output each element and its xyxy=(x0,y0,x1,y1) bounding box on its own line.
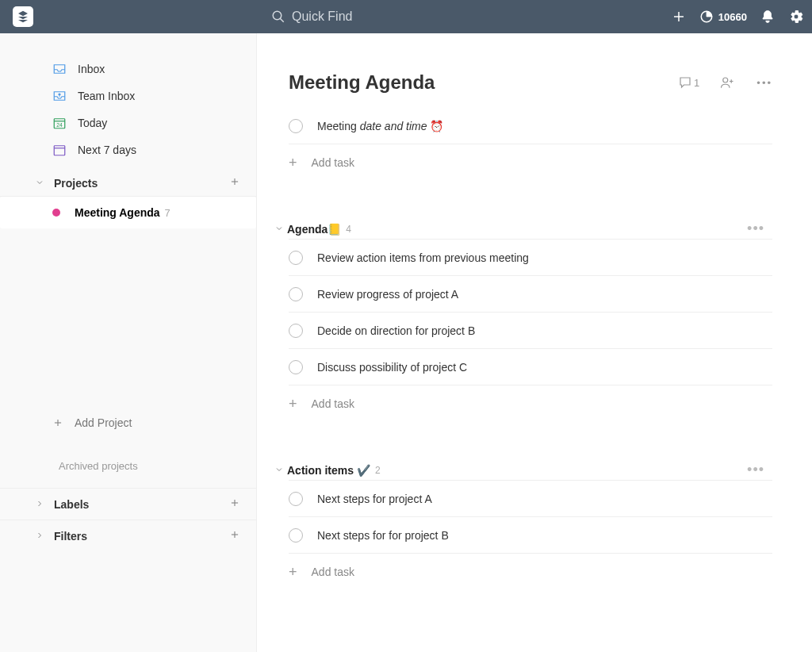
project-title: Meeting Agenda xyxy=(289,71,435,94)
labels-header-label: Labels xyxy=(54,498,89,511)
section-title: Agenda📒 xyxy=(287,223,341,236)
task-title: Next steps for for project B xyxy=(317,529,449,542)
svg-point-24 xyxy=(723,78,728,82)
main-content: Meeting Agenda 1 ••• Meeting date and ti… xyxy=(257,33,812,652)
sidebar-item-today[interactable]: 24 Today xyxy=(0,109,256,136)
plus-icon: + xyxy=(289,564,297,581)
sidebar: Inbox Team Inbox 24 Today Next 7 days Pr… xyxy=(0,33,257,652)
notifications-button[interactable] xyxy=(760,9,776,25)
add-task-button[interactable]: + Add task xyxy=(289,554,772,590)
chevron-right-icon xyxy=(35,498,48,511)
sidebar-item-team-inbox[interactable]: Team Inbox xyxy=(0,82,256,109)
task-title: Discuss possibility of project C xyxy=(317,361,467,374)
nav-label: Next 7 days xyxy=(78,144,136,156)
section-more-button[interactable]: ••• xyxy=(747,221,764,237)
task-complete-checkbox[interactable] xyxy=(289,360,303,374)
chevron-right-icon xyxy=(35,530,48,543)
sidebar-filters-header[interactable]: Filters xyxy=(0,520,256,551)
task-row[interactable]: Next steps for project A xyxy=(289,481,772,517)
chevron-down-icon xyxy=(274,463,284,477)
project-label: Meeting Agenda xyxy=(75,206,160,219)
plus-icon: + xyxy=(289,155,297,171)
quick-find-placeholder: Quick Find xyxy=(292,10,352,24)
task-row[interactable]: Meeting date and time ⏰ xyxy=(289,108,772,144)
add-task-button[interactable]: + Add task xyxy=(289,385,772,422)
add-task-label: Add task xyxy=(312,566,354,578)
svg-text:24: 24 xyxy=(56,122,63,128)
section-count: 2 xyxy=(375,465,381,476)
section-tasks-action-items: Next steps for project A Next steps for … xyxy=(289,480,772,590)
task-title: Review action items from previous meetin… xyxy=(317,251,529,264)
task-complete-checkbox[interactable] xyxy=(289,492,303,506)
section-count: 4 xyxy=(346,224,351,235)
task-title: Meeting date and time ⏰ xyxy=(317,120,443,132)
nav-label: Today xyxy=(78,117,107,129)
sidebar-labels-header[interactable]: Labels xyxy=(0,488,256,520)
task-complete-checkbox[interactable] xyxy=(289,251,303,265)
sidebar-project-meeting-agenda[interactable]: Meeting Agenda 7 xyxy=(0,197,256,228)
more-actions-button[interactable]: ••• xyxy=(756,77,772,89)
task-complete-checkbox[interactable] xyxy=(289,324,303,338)
project-header: Meeting Agenda 1 ••• xyxy=(289,71,772,94)
quick-add-button[interactable] xyxy=(671,9,687,25)
add-task-label: Add task xyxy=(312,397,354,410)
task-complete-checkbox[interactable] xyxy=(289,287,303,301)
karma-points: 10660 xyxy=(718,11,747,23)
comments-button[interactable]: 1 xyxy=(678,75,699,90)
add-project-icon[interactable] xyxy=(229,176,240,190)
task-title: Review progress of project A xyxy=(317,288,458,301)
add-task-label: Add task xyxy=(312,156,354,169)
nav-label: Team Inbox xyxy=(78,90,135,102)
svg-line-1 xyxy=(280,18,284,22)
section-title: Action items ✔️ xyxy=(287,464,370,477)
filters-header-label: Filters xyxy=(54,530,87,543)
task-row[interactable]: Review action items from previous meetin… xyxy=(289,240,772,276)
task-row[interactable]: Discuss possibility of project C xyxy=(289,349,772,385)
quick-find[interactable]: Quick Find xyxy=(271,10,352,24)
plus-icon: + xyxy=(289,396,297,412)
chevron-down-icon xyxy=(35,177,48,190)
section-tasks-agenda: Review action items from previous meetin… xyxy=(289,239,772,422)
topbar: Quick Find 10660 xyxy=(0,0,812,33)
task-row[interactable]: Review progress of project A xyxy=(289,276,772,313)
svg-point-0 xyxy=(273,11,282,20)
nav-label: Inbox xyxy=(78,63,105,75)
add-task-button[interactable]: + Add task xyxy=(289,144,772,181)
project-header-actions: 1 ••• xyxy=(678,75,772,90)
settings-button[interactable] xyxy=(788,9,804,25)
add-project-button[interactable]: Add Project xyxy=(0,411,256,435)
share-button[interactable] xyxy=(720,75,736,90)
comment-count: 1 xyxy=(694,77,699,89)
add-label-icon[interactable] xyxy=(229,497,240,511)
task-title: Decide on direction for project B xyxy=(317,324,475,337)
section-header-agenda[interactable]: Agenda📒 4 ••• xyxy=(289,221,772,237)
svg-rect-8 xyxy=(54,146,65,155)
ungrouped-task-list: Meeting date and time ⏰ + Add task xyxy=(289,108,772,181)
add-project-label: Add Project xyxy=(75,416,132,429)
app-logo[interactable] xyxy=(13,6,33,27)
topbar-right: 10660 xyxy=(671,9,804,25)
chevron-down-icon xyxy=(274,222,284,236)
section-header-action-items[interactable]: Action items ✔️ 2 ••• xyxy=(289,462,772,478)
project-count: 7 xyxy=(165,207,170,219)
task-complete-checkbox[interactable] xyxy=(289,528,303,543)
task-row[interactable]: Decide on direction for project B xyxy=(289,313,772,349)
add-filter-icon[interactable] xyxy=(229,529,240,543)
projects-header-label: Projects xyxy=(54,177,98,190)
archived-projects-label[interactable]: Archived projects xyxy=(0,460,256,472)
task-complete-checkbox[interactable] xyxy=(289,119,303,133)
sidebar-item-inbox[interactable]: Inbox xyxy=(0,56,256,82)
task-row[interactable]: Next steps for for project B xyxy=(289,517,772,554)
sidebar-projects-header[interactable]: Projects xyxy=(0,170,256,197)
project-color-dot xyxy=(52,209,60,217)
task-title: Next steps for project A xyxy=(317,493,432,505)
karma-indicator[interactable]: 10660 xyxy=(699,9,747,25)
sidebar-item-next7[interactable]: Next 7 days xyxy=(0,136,256,163)
section-more-button[interactable]: ••• xyxy=(747,462,764,478)
